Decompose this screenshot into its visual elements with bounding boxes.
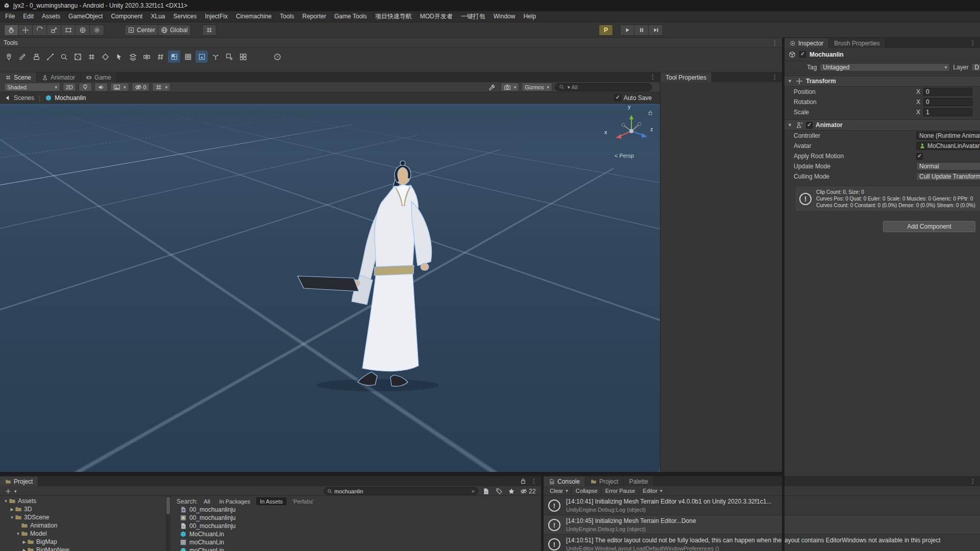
foldout-arrow-icon[interactable]: ▶ bbox=[21, 548, 27, 551]
foldout-arrow-icon[interactable]: ▼ bbox=[3, 499, 9, 504]
controller-object-field[interactable]: None (Runtime Animat bbox=[916, 132, 980, 140]
vertical-splitter-bottom[interactable] bbox=[541, 476, 544, 551]
apply-root-motion-checkbox[interactable] bbox=[916, 153, 923, 160]
clear-search-icon[interactable]: × bbox=[472, 488, 475, 494]
filter-by-label-button[interactable] bbox=[508, 487, 515, 495]
menu-item[interactable]: Assets bbox=[38, 11, 64, 22]
custom-play-button[interactable]: P bbox=[599, 24, 613, 36]
snap-toggle-button[interactable] bbox=[202, 24, 216, 36]
collapse-button[interactable]: Collapse bbox=[573, 487, 601, 495]
terrain-line-button[interactable] bbox=[44, 51, 56, 63]
auto-save-checkbox[interactable] bbox=[615, 94, 621, 101]
tree-item-assets[interactable]: ▼Assets bbox=[0, 497, 166, 505]
menu-item[interactable]: Window bbox=[489, 11, 520, 22]
scale-tool-button[interactable] bbox=[47, 24, 61, 36]
transform-tool-button[interactable] bbox=[76, 24, 90, 36]
terrain-pattern-button[interactable] bbox=[237, 51, 249, 63]
search-scope-all[interactable]: All bbox=[201, 497, 213, 505]
space-toggle-button[interactable]: Global bbox=[158, 24, 191, 36]
tab-game[interactable]: Game bbox=[81, 72, 117, 82]
gizmo-axis-x-label[interactable]: x bbox=[604, 129, 607, 135]
help-button[interactable]: ? bbox=[271, 51, 283, 63]
terrain-grid-dots-button[interactable] bbox=[71, 51, 84, 63]
active-checkbox[interactable] bbox=[799, 51, 806, 58]
tab-scene[interactable]: Scene bbox=[0, 72, 37, 82]
2d-toggle-button[interactable]: 2D bbox=[63, 83, 76, 91]
pivot-toggle-button[interactable]: Center bbox=[125, 24, 158, 36]
project-lock-icon[interactable] bbox=[520, 478, 527, 485]
tool-properties-menu-icon[interactable]: ⋮ bbox=[772, 73, 778, 81]
tree-item-3dscene[interactable]: ▼3DScene bbox=[0, 513, 166, 521]
foldout-arrow-icon[interactable]: ▼ bbox=[9, 515, 15, 520]
menu-item[interactable]: XLua bbox=[146, 11, 169, 22]
terrain-brush-button[interactable] bbox=[16, 51, 29, 63]
tree-item-model[interactable]: ▼Model bbox=[0, 530, 166, 538]
scene-tools-button[interactable] bbox=[485, 83, 498, 91]
tab-project[interactable]: Project bbox=[0, 477, 38, 486]
terrain-layers-button[interactable] bbox=[127, 51, 139, 63]
search-scope-in-packages[interactable]: In Packages bbox=[216, 497, 254, 505]
error-pause-button[interactable]: Error Pause bbox=[602, 487, 639, 495]
project-search-input[interactable]: mochuanlin × bbox=[324, 487, 478, 495]
tree-item-bigmap[interactable]: ▶BigMap bbox=[0, 538, 166, 546]
gizmos-dropdown[interactable]: Gizmos▾ bbox=[522, 83, 552, 91]
tab-project-2[interactable]: Project bbox=[585, 477, 624, 486]
hidden-count-toggle[interactable]: 22 bbox=[520, 487, 535, 495]
terrain-mirror-button[interactable] bbox=[140, 51, 153, 63]
gizmo-lock-icon[interactable] bbox=[647, 110, 653, 116]
terrain-measure-button[interactable] bbox=[58, 51, 70, 63]
search-result-item[interactable]: moChuanLin bbox=[170, 538, 541, 546]
scene-visibility-toggle[interactable]: 0 bbox=[132, 83, 150, 91]
scene-toolprops-divider[interactable] bbox=[660, 72, 660, 472]
layer-dropdown[interactable]: D bbox=[971, 63, 980, 71]
scene-lighting-toggle[interactable] bbox=[79, 83, 92, 91]
orientation-gizmo[interactable] bbox=[609, 110, 653, 151]
terrain-xyz-button[interactable] bbox=[209, 51, 222, 63]
console-menu-icon[interactable]: ⋮ bbox=[970, 478, 976, 485]
terrain-cell-button[interactable] bbox=[182, 51, 194, 63]
menu-item[interactable]: MOD开发者 bbox=[416, 11, 457, 22]
rect-tool-button[interactable] bbox=[61, 24, 76, 36]
scene-audio-toggle[interactable] bbox=[94, 83, 108, 91]
pause-button[interactable] bbox=[634, 24, 649, 36]
search-result-item[interactable]: 00_mochuanlinju bbox=[170, 522, 541, 530]
terrain-hash-button[interactable] bbox=[154, 51, 166, 63]
search-result-item[interactable]: moChuanLin bbox=[170, 546, 541, 551]
animator-enabled-checkbox[interactable] bbox=[806, 122, 813, 129]
menu-item[interactable]: Game Tools bbox=[330, 11, 371, 22]
perspective-label[interactable]: < Persp bbox=[615, 153, 634, 159]
menu-item[interactable]: Component bbox=[107, 11, 146, 22]
menu-item[interactable]: 项目快速导航 bbox=[371, 11, 416, 22]
search-scope-in-assets[interactable]: In Assets bbox=[256, 497, 286, 505]
add-component-button[interactable]: Add Component bbox=[883, 221, 975, 232]
console-log-entry[interactable]: ![14:10:51] The editor layout could not … bbox=[544, 535, 980, 551]
breadcrumb-root[interactable]: Scenes bbox=[14, 94, 34, 102]
scene-effects-dropdown[interactable]: ▾ bbox=[110, 83, 129, 91]
search-result-item[interactable]: 00_mochuanlinju bbox=[170, 514, 541, 522]
play-button[interactable] bbox=[620, 24, 634, 36]
console-log-entry[interactable]: ![14:10:41] Initializing Mesh Terrain Ed… bbox=[544, 496, 980, 515]
menu-item[interactable]: Services bbox=[169, 11, 201, 22]
project-tree-scrollbar[interactable] bbox=[166, 496, 170, 551]
clear-button[interactable]: Clear▾ bbox=[547, 487, 572, 495]
open-asset-button[interactable] bbox=[482, 487, 489, 495]
animator-component-header[interactable]: ▼ Animator bbox=[785, 119, 980, 131]
menu-item[interactable]: GameObject bbox=[64, 11, 107, 22]
filter-by-type-button[interactable] bbox=[496, 487, 503, 495]
tab-tool-properties[interactable]: Tool Properties bbox=[660, 72, 712, 82]
scene-panel-menu-icon[interactable]: ⋮ bbox=[650, 73, 656, 81]
menu-item[interactable]: Cinemachine bbox=[232, 11, 276, 22]
grid-visibility-dropdown[interactable]: ▾ bbox=[152, 83, 171, 91]
shading-mode-dropdown[interactable]: Shaded▾ bbox=[4, 83, 60, 91]
foldout-arrow-icon[interactable]: ▼ bbox=[788, 122, 793, 128]
terrain-grid-button[interactable] bbox=[85, 51, 97, 63]
gizmo-axis-z-label[interactable]: z bbox=[650, 126, 653, 132]
menu-item[interactable]: File bbox=[1, 11, 19, 22]
scene-camera-dropdown[interactable]: ▾ bbox=[501, 83, 520, 91]
terrain-paint-button[interactable] bbox=[168, 51, 180, 63]
tab-palette[interactable]: Palette bbox=[624, 477, 653, 486]
menu-item[interactable]: InjectFix bbox=[201, 11, 232, 22]
terrain-pin-button[interactable] bbox=[3, 51, 15, 63]
scene-search-input[interactable]: ▾All bbox=[555, 83, 652, 91]
terrain-stamp-button[interactable] bbox=[30, 51, 42, 63]
